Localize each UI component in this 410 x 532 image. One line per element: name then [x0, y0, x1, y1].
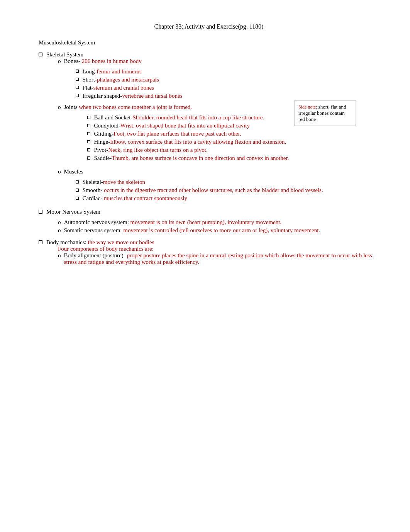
skeletal-m-red: move the skeleton [103, 179, 145, 185]
bullet-long [76, 70, 79, 73]
body-sub-list: o Body alignment (posture)- proper postu… [46, 252, 379, 265]
bullet-skeletal-m [76, 180, 79, 184]
bullet-square-skeletal [39, 53, 42, 56]
four-components-text: Four components of body mechanics are: [58, 246, 154, 252]
skeletal-m-label: Skeletal- [83, 179, 103, 185]
gliding-label: Gliding- [94, 131, 114, 137]
saddle-red: Thumb, are bones surface is concave in o… [112, 155, 289, 161]
bullet-condyloid [87, 124, 90, 127]
smooth-muscle-item: Smooth- occurs in the digestive tract an… [76, 187, 323, 194]
pivot-red: Neck, ring like object that turns on a p… [108, 147, 207, 153]
condyloid-item: Condyloid-Wrist, oval shaped bone that f… [87, 122, 289, 129]
pivot-item: Pivot-Neck, ring like object that turns … [87, 147, 289, 153]
bullet-smooth-m [76, 189, 79, 192]
hinge-label: Hinge- [94, 139, 110, 145]
joints-red: when two bones come together a joint is … [78, 104, 192, 110]
bones-red: 206 bones in human body [80, 58, 142, 64]
somatic-item: o Somatic nervous system: movement is co… [58, 227, 379, 234]
flat-bone-item: Flat-sternum and cranial bones [76, 85, 183, 91]
skeletal-muscle-item: Skeletal-move the skeleton [76, 179, 323, 185]
short-bone-item: Short- phalanges and metacarpals [76, 76, 183, 83]
muscles-label: Muscles [64, 168, 83, 175]
autonomic-red: movement is on its own (heart pumping), … [129, 219, 281, 225]
long-red: femur and humerus [97, 68, 142, 75]
autonomic-item: o Autonomic nervous system: movement is … [58, 219, 379, 226]
short-red: phalanges and metacarpals [97, 76, 159, 83]
smooth-m-red: occurs in the digestive tract and other … [102, 187, 323, 193]
somatic-label: Somatic nervous system: [64, 227, 122, 233]
o-bullet-muscles: o [58, 168, 61, 175]
motor-nervous-item: Motor Nervous System o Autonomic nervous… [39, 209, 379, 235]
body-mechanics-red: the way we move our bodies [86, 239, 154, 245]
flat-red: sternum and cranial bones [93, 85, 154, 91]
hinge-red: Elbow, convex surface that fits into a c… [110, 139, 286, 145]
flat-label: Flat- [83, 85, 93, 91]
ball-socket-item: Ball and Socket-Shoulder, rounded head t… [87, 114, 289, 121]
bullet-flat [76, 86, 79, 89]
smooth-m-label: Smooth- [83, 187, 103, 193]
irregular-bone-item: Irregular shaped- vertebrae and tarsal b… [76, 93, 183, 99]
irregular-red: vertebrae and tarsal bones [122, 93, 182, 99]
o-bullet-bones: o [58, 58, 61, 65]
gliding-red: Foot, two flat plane surfaces that move … [114, 131, 241, 137]
side-note-label: Side note: [298, 104, 317, 110]
muscles-sub-list: Skeletal-move the skeleton Smooth- occur… [64, 179, 323, 202]
long-bone-item: Long-femur and humerus [76, 68, 183, 75]
bullet-pivot [87, 148, 90, 151]
bullet-hinge [87, 140, 90, 143]
o-bullet-autonomic: o [58, 219, 61, 226]
autonomic-label: Autonomic nervous system: [64, 219, 129, 225]
cardiac-muscle-item: Cardiac- muscles that contract spontaneo… [76, 195, 323, 202]
bones-sub-list: Long-femur and humerus Short- phalanges … [64, 68, 183, 99]
skeletal-system-item: Skeletal System o Bones- 206 bones in hu… [39, 51, 379, 205]
joints-sub-list: Ball and Socket-Shoulder, rounded head t… [64, 114, 289, 161]
page-title: Chapter 33: Activity and Exercise(pg. 11… [39, 23, 379, 30]
bullet-cardiac-m [76, 197, 79, 200]
long-label: Long- [83, 68, 97, 75]
ball-red: Shoulder, rounded head that fits into a … [132, 114, 264, 121]
bullet-square-body [39, 240, 42, 244]
o-bullet-alignment: o [58, 252, 61, 259]
condyloid-label: Condyloid- [94, 122, 120, 129]
short-label: Short- [83, 76, 97, 83]
bones-label: Bones- [64, 58, 81, 64]
motor-sub-list: o Autonomic nervous system: movement is … [46, 219, 379, 234]
body-mechanics-item: Body mechanics: the way we move our bodi… [39, 239, 379, 267]
skeletal-system-label: Skeletal System [46, 51, 83, 58]
side-note: Side note: short, flat and irregular bon… [294, 100, 356, 126]
hinge-item: Hinge-Elbow, convex surface that fits in… [87, 139, 289, 145]
skeletal-sub-list: o Bones- 206 bones in human body Long-fe… [46, 58, 379, 203]
motor-nervous-label: Motor Nervous System [46, 209, 100, 215]
bullet-short [76, 78, 79, 81]
alignment-label: Body alignment (posture)- [64, 252, 125, 258]
four-components-line: Four components of body mechanics are: [46, 246, 379, 252]
somatic-red: movement is controlled (tell ourselves t… [122, 227, 320, 233]
alignment-item: o Body alignment (posture)- proper postu… [58, 252, 379, 265]
main-list: Skeletal System o Bones- 206 bones in hu… [39, 51, 379, 267]
musculoskeletal-heading: Musculoskeletal System [39, 39, 379, 46]
condyloid-red: Wrist, oval shaped bone that fits into a… [120, 122, 250, 129]
muscles-item: o Muscles Skeletal-move the skeleton [58, 168, 379, 203]
body-mechanics-label: Body mechanics: [46, 239, 86, 245]
ball-label: Ball and Socket- [94, 114, 133, 121]
cardiac-m-red: muscles that contract spontaneously [102, 195, 187, 201]
joints-label: Joints [64, 104, 78, 110]
gliding-item: Gliding-Foot, two flat plane surfaces th… [87, 131, 289, 137]
bones-item: o Bones- 206 bones in human body Long-fe… [58, 58, 379, 101]
pivot-label: Pivot- [94, 147, 108, 153]
o-bullet-joints: o [58, 104, 61, 110]
bullet-irregular [76, 94, 79, 97]
bullet-gliding [87, 132, 90, 135]
bullet-saddle [87, 156, 90, 160]
o-bullet-somatic: o [58, 227, 61, 234]
irregular-label: Irregular shaped- [83, 93, 122, 99]
saddle-item: Saddle-Thumb, are bones surface is conca… [87, 155, 289, 161]
saddle-label: Saddle- [94, 155, 112, 161]
bullet-ball [87, 116, 90, 119]
bullet-square-motor [39, 210, 42, 214]
cardiac-m-label: Cardiac- [83, 195, 103, 201]
